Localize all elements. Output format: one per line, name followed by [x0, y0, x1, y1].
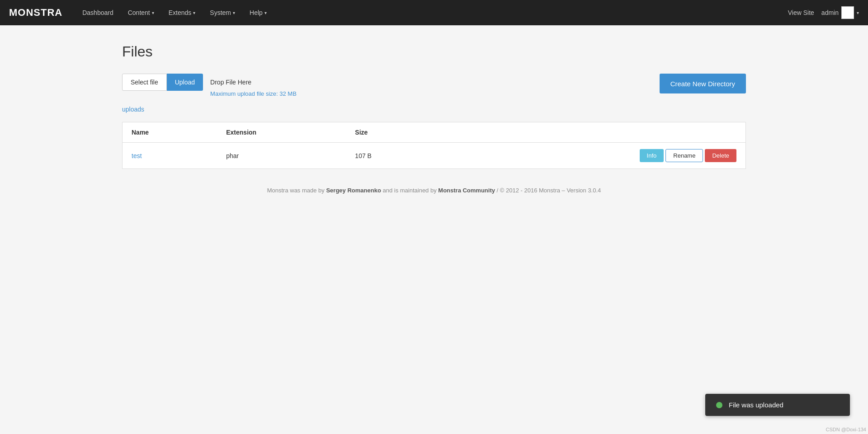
navbar-right: View Site admin ▾	[788, 6, 859, 19]
file-name-cell: test	[123, 143, 217, 169]
navbar: MONSTRA Dashboard Content ▾ Extends ▾ Sy…	[0, 0, 868, 25]
drop-area: Drop File Here Maximum upload file size:…	[210, 74, 297, 97]
upload-area: Select file Upload Drop File Here Maximu…	[122, 74, 746, 97]
col-size: Size	[346, 122, 438, 143]
nav-content[interactable]: Content ▾	[122, 5, 160, 20]
table-body: test phar 107 B Info Rename Delete	[123, 143, 746, 169]
nav-dashboard[interactable]: Dashboard	[76, 5, 120, 20]
content-dropdown-arrow: ▾	[152, 10, 154, 15]
breadcrumb: uploads	[122, 106, 746, 113]
main-content: Files Select file Upload Drop File Here …	[95, 25, 773, 230]
max-size-text: Maximum upload file size: 32 MB	[210, 91, 297, 97]
help-dropdown-arrow: ▾	[264, 10, 267, 15]
table-row: test phar 107 B Info Rename Delete	[123, 143, 746, 169]
file-name-link[interactable]: test	[132, 152, 142, 159]
admin-dropdown-arrow: ▾	[857, 10, 859, 15]
footer-text3: / © 2012 - 2016 Monstra – Version 3.0.4	[495, 187, 601, 194]
admin-label: admin	[821, 9, 839, 16]
table-header: Name Extension Size	[123, 122, 746, 143]
system-dropdown-arrow: ▾	[233, 10, 235, 15]
admin-menu[interactable]: admin ▾	[821, 6, 859, 19]
breadcrumb-uploads-link[interactable]: uploads	[122, 106, 144, 113]
info-button[interactable]: Info	[640, 149, 664, 162]
view-site-link[interactable]: View Site	[788, 9, 814, 16]
col-name: Name	[123, 122, 217, 143]
brand-logo: MONSTRA	[9, 7, 62, 19]
nav-system[interactable]: System ▾	[203, 5, 241, 20]
file-extension-cell: phar	[217, 143, 346, 169]
footer-text2: and is maintained by	[381, 187, 438, 194]
create-directory-button[interactable]: Create New Directory	[660, 74, 746, 93]
file-extension: phar	[226, 152, 239, 159]
nav-help[interactable]: Help ▾	[243, 5, 273, 20]
nav-extends[interactable]: Extends ▾	[162, 5, 202, 20]
admin-avatar	[841, 6, 854, 19]
page-title: Files	[122, 43, 746, 60]
upload-button[interactable]: Upload	[167, 74, 203, 91]
extends-dropdown-arrow: ▾	[193, 10, 195, 15]
footer-community: Monstra Community	[438, 187, 495, 194]
nav-menu: Dashboard Content ▾ Extends ▾ System ▾ H…	[76, 5, 788, 20]
file-size-cell: 107 B	[346, 143, 438, 169]
delete-button[interactable]: Delete	[705, 149, 736, 162]
col-actions	[439, 122, 746, 143]
footer-author: Sergey Romanenko	[326, 187, 381, 194]
drop-text: Drop File Here	[210, 74, 297, 91]
file-size: 107 B	[355, 152, 372, 159]
action-buttons: Info Rename Delete	[448, 149, 736, 162]
col-extension: Extension	[217, 122, 346, 143]
footer-text1: Monstra was made by	[267, 187, 326, 194]
select-file-button[interactable]: Select file	[122, 74, 167, 91]
file-table: Name Extension Size test phar 107 B	[122, 122, 746, 169]
footer: Monstra was made by Sergey Romanenko and…	[122, 169, 746, 212]
file-actions-cell: Info Rename Delete	[439, 143, 746, 169]
rename-button[interactable]: Rename	[665, 149, 703, 162]
